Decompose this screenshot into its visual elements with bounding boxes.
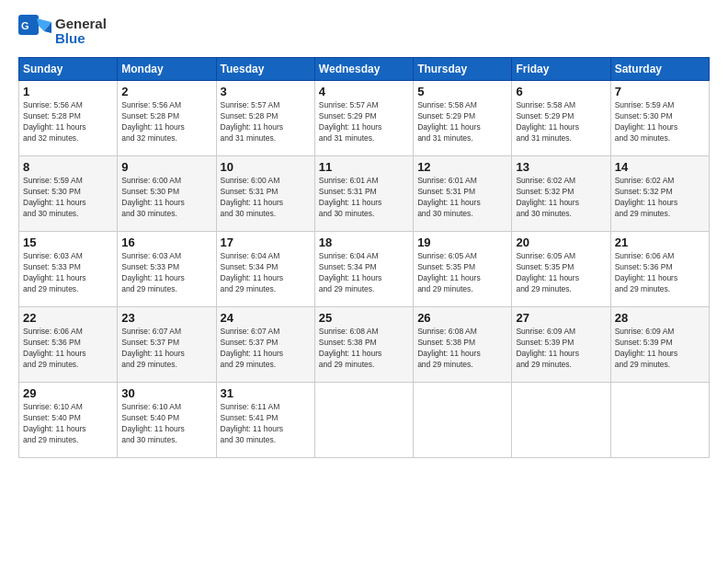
day-number: 31 [221,386,311,400]
day-info: Sunrise: 6:04 AMSunset: 5:34 PMDaylight:… [221,251,284,293]
day-info: Sunrise: 5:57 AMSunset: 5:28 PMDaylight:… [221,100,284,143]
day-info: Sunrise: 6:05 AMSunset: 5:35 PMDaylight:… [516,251,579,293]
weekday-header-sunday: Sunday [19,58,118,81]
day-number: 10 [221,160,311,174]
day-number: 30 [121,386,211,400]
day-info: Sunrise: 6:06 AMSunset: 5:36 PMDaylight:… [23,327,86,369]
day-number: 14 [615,160,705,174]
weekday-header-thursday: Thursday [414,58,512,81]
calendar-cell: 9Sunrise: 6:00 AMSunset: 5:30 PMDaylight… [118,156,216,232]
weekday-header-row: SundayMondayTuesdayWednesdayThursdayFrid… [19,58,710,81]
calendar-cell: 30Sunrise: 6:10 AMSunset: 5:40 PMDayligh… [118,383,216,458]
day-number: 29 [23,386,113,400]
day-info: Sunrise: 6:03 AMSunset: 5:33 PMDaylight:… [121,251,185,293]
day-number: 8 [23,160,113,174]
weekday-header-tuesday: Tuesday [216,58,314,81]
calendar-cell: 4Sunrise: 5:57 AMSunset: 5:29 PMDaylight… [314,81,413,156]
calendar-cell: 26Sunrise: 6:08 AMSunset: 5:38 PMDayligh… [414,307,512,383]
weekday-header-saturday: Saturday [610,58,709,81]
calendar-cell: 5Sunrise: 5:58 AMSunset: 5:29 PMDaylight… [414,81,512,156]
calendar-cell [414,383,512,458]
day-info: Sunrise: 5:59 AMSunset: 5:30 PMDaylight:… [23,176,86,218]
day-number: 11 [319,160,409,174]
day-info: Sunrise: 5:58 AMSunset: 5:29 PMDaylight:… [417,100,481,143]
day-number: 12 [417,160,507,174]
day-info: Sunrise: 6:01 AMSunset: 5:31 PMDaylight:… [417,176,481,218]
day-info: Sunrise: 6:02 AMSunset: 5:32 PMDaylight:… [615,176,678,218]
day-info: Sunrise: 5:58 AMSunset: 5:29 PMDaylight:… [516,100,579,143]
logo-blue: Blue [55,31,107,47]
calendar-cell: 8Sunrise: 5:59 AMSunset: 5:30 PMDaylight… [19,156,118,232]
calendar-cell: 20Sunrise: 6:05 AMSunset: 5:35 PMDayligh… [512,232,610,307]
day-info: Sunrise: 6:01 AMSunset: 5:31 PMDaylight:… [319,176,382,218]
calendar-week-1: 1Sunrise: 5:56 AMSunset: 5:28 PMDaylight… [19,81,710,156]
day-number: 4 [319,85,409,98]
day-info: Sunrise: 6:07 AMSunset: 5:37 PMDaylight:… [221,327,284,369]
day-number: 27 [516,311,606,325]
day-info: Sunrise: 6:09 AMSunset: 5:39 PMDaylight:… [516,327,579,369]
day-info: Sunrise: 6:09 AMSunset: 5:39 PMDaylight:… [615,327,678,369]
calendar-cell: 24Sunrise: 6:07 AMSunset: 5:37 PMDayligh… [216,307,314,383]
calendar-cell: 10Sunrise: 6:00 AMSunset: 5:31 PMDayligh… [216,156,314,232]
calendar-cell: 7Sunrise: 5:59 AMSunset: 5:30 PMDaylight… [610,81,709,156]
calendar-cell: 14Sunrise: 6:02 AMSunset: 5:32 PMDayligh… [610,156,709,232]
calendar-cell: 29Sunrise: 6:10 AMSunset: 5:40 PMDayligh… [19,383,118,458]
calendar-week-3: 15Sunrise: 6:03 AMSunset: 5:33 PMDayligh… [19,232,710,307]
day-number: 6 [516,85,606,98]
day-info: Sunrise: 6:04 AMSunset: 5:34 PMDaylight:… [319,251,382,293]
day-number: 3 [221,85,311,98]
day-info: Sunrise: 6:07 AMSunset: 5:37 PMDaylight:… [121,327,185,369]
day-info: Sunrise: 6:05 AMSunset: 5:35 PMDaylight:… [417,251,481,293]
calendar-cell: 1Sunrise: 5:56 AMSunset: 5:28 PMDaylight… [19,81,118,156]
calendar-cell: 17Sunrise: 6:04 AMSunset: 5:34 PMDayligh… [216,232,314,307]
day-number: 21 [615,236,705,249]
calendar-cell [314,383,413,458]
day-number: 26 [417,311,507,325]
day-info: Sunrise: 5:56 AMSunset: 5:28 PMDaylight:… [23,100,86,143]
calendar-cell: 16Sunrise: 6:03 AMSunset: 5:33 PMDayligh… [118,232,216,307]
day-info: Sunrise: 6:10 AMSunset: 5:40 PMDaylight:… [23,402,86,444]
calendar-cell [512,383,610,458]
calendar-cell: 3Sunrise: 5:57 AMSunset: 5:28 PMDaylight… [216,81,314,156]
calendar-cell: 25Sunrise: 6:08 AMSunset: 5:38 PMDayligh… [314,307,413,383]
calendar-cell: 28Sunrise: 6:09 AMSunset: 5:39 PMDayligh… [610,307,709,383]
day-number: 5 [417,85,507,98]
calendar-cell: 27Sunrise: 6:09 AMSunset: 5:39 PMDayligh… [512,307,610,383]
calendar-cell: 15Sunrise: 6:03 AMSunset: 5:33 PMDayligh… [19,232,118,307]
day-info: Sunrise: 5:59 AMSunset: 5:30 PMDaylight:… [615,100,678,143]
logo-general: General [55,17,107,32]
day-number: 19 [417,236,507,249]
day-info: Sunrise: 6:00 AMSunset: 5:31 PMDaylight:… [221,176,284,218]
page: G General Blue SundayMondayTuesdayWednes… [0,0,728,563]
day-info: Sunrise: 6:00 AMSunset: 5:30 PMDaylight:… [121,176,185,218]
day-info: Sunrise: 6:03 AMSunset: 5:33 PMDaylight:… [23,251,86,293]
logo: G General Blue [18,15,107,48]
calendar-cell: 18Sunrise: 6:04 AMSunset: 5:34 PMDayligh… [314,232,413,307]
calendar-cell: 6Sunrise: 5:58 AMSunset: 5:29 PMDaylight… [512,81,610,156]
day-number: 2 [121,85,211,98]
logo-icon: G [18,15,51,48]
day-number: 22 [23,311,113,325]
calendar-week-5: 29Sunrise: 6:10 AMSunset: 5:40 PMDayligh… [19,383,710,458]
calendar-cell: 19Sunrise: 6:05 AMSunset: 5:35 PMDayligh… [414,232,512,307]
calendar-cell [610,383,709,458]
calendar-table: SundayMondayTuesdayWednesdayThursdayFrid… [18,57,710,458]
day-number: 23 [121,311,211,325]
day-number: 16 [121,236,211,249]
weekday-header-wednesday: Wednesday [314,58,413,81]
calendar-cell: 2Sunrise: 5:56 AMSunset: 5:28 PMDaylight… [118,81,216,156]
weekday-header-friday: Friday [512,58,610,81]
day-number: 13 [516,160,606,174]
svg-text:G: G [21,20,29,31]
day-info: Sunrise: 6:06 AMSunset: 5:36 PMDaylight:… [615,251,678,293]
calendar-cell: 21Sunrise: 6:06 AMSunset: 5:36 PMDayligh… [610,232,709,307]
day-number: 7 [615,85,705,98]
calendar-cell: 31Sunrise: 6:11 AMSunset: 5:41 PMDayligh… [216,383,314,458]
day-number: 1 [23,85,113,98]
day-info: Sunrise: 6:10 AMSunset: 5:40 PMDaylight:… [121,402,185,444]
day-info: Sunrise: 5:56 AMSunset: 5:28 PMDaylight:… [121,100,185,143]
day-number: 18 [319,236,409,249]
day-number: 17 [221,236,311,249]
calendar-cell: 13Sunrise: 6:02 AMSunset: 5:32 PMDayligh… [512,156,610,232]
day-number: 15 [23,236,113,249]
